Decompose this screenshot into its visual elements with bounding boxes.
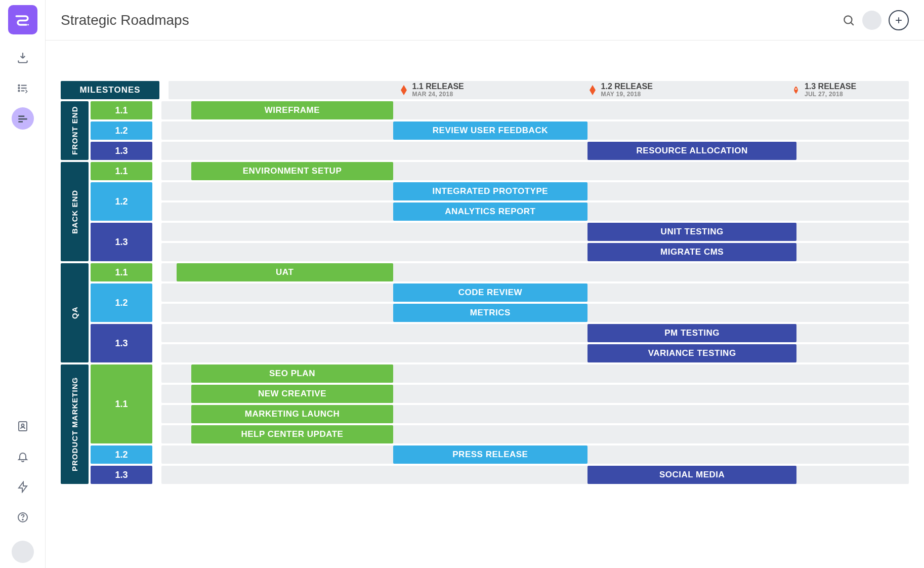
version-tag[interactable]: 1.3 bbox=[91, 223, 152, 261]
version-tag[interactable]: 1.2 bbox=[91, 283, 152, 322]
task-bar[interactable]: REVIEW USER FEEDBACK bbox=[393, 121, 587, 140]
task-track: RESOURCE ALLOCATION bbox=[161, 142, 909, 160]
task-track: PRESS RELEASE bbox=[161, 445, 909, 464]
version-column: 1.11.21.3 bbox=[91, 263, 152, 362]
task-track: VARIANCE TESTING bbox=[161, 344, 909, 362]
task-bar[interactable]: UNIT TESTING bbox=[587, 223, 797, 241]
version-column: 1.11.21.3 bbox=[91, 101, 152, 160]
left-nav-rail bbox=[0, 0, 46, 568]
task-track: ENVIRONMENT SETUP bbox=[161, 162, 909, 180]
milestone-marker-icon bbox=[588, 83, 597, 97]
svg-point-1 bbox=[18, 85, 19, 86]
task-track: REVIEW USER FEEDBACK bbox=[161, 121, 909, 140]
task-track: ANALYTICS REPORT bbox=[161, 202, 909, 221]
task-bar[interactable]: RESOURCE ALLOCATION bbox=[587, 142, 797, 160]
milestone-title: 1.2 RELEASE bbox=[601, 83, 653, 91]
version-tag[interactable]: 1.1 bbox=[91, 263, 152, 281]
task-track: SOCIAL MEDIA bbox=[161, 466, 909, 484]
swimlane: PRODUCT MARKETING1.11.21.3SEO PLANNEW CR… bbox=[61, 364, 909, 484]
task-bar[interactable]: ENVIRONMENT SETUP bbox=[191, 162, 393, 180]
version-column: 1.11.21.3 bbox=[91, 162, 152, 261]
task-track: UAT bbox=[161, 263, 909, 281]
version-tag[interactable]: 1.2 bbox=[91, 182, 152, 221]
svg-marker-18 bbox=[590, 85, 596, 95]
tracks-column: UATCODE REVIEWMETRICSPM TESTINGVARIANCE … bbox=[161, 263, 909, 362]
task-bar[interactable]: UAT bbox=[177, 263, 393, 281]
task-bar[interactable]: SOCIAL MEDIA bbox=[587, 466, 797, 484]
task-bar[interactable]: PRESS RELEASE bbox=[393, 445, 587, 464]
task-track: WIREFRAME bbox=[161, 101, 909, 119]
milestone-date: MAR 24, 2018 bbox=[412, 91, 464, 98]
task-bar[interactable]: PM TESTING bbox=[587, 324, 797, 342]
timeline-icon[interactable] bbox=[12, 107, 34, 130]
svg-point-11 bbox=[21, 424, 24, 427]
task-track: NEW CREATIVE bbox=[161, 385, 909, 403]
task-bar[interactable]: CODE REVIEW bbox=[393, 283, 587, 302]
task-track: PM TESTING bbox=[161, 324, 909, 342]
milestones-label: MILESTONES bbox=[61, 81, 159, 99]
swimlane: FRONT END1.11.21.3WIREFRAMEREVIEW USER F… bbox=[61, 101, 909, 160]
milestone-date: MAY 19, 2018 bbox=[601, 91, 653, 98]
svg-point-3 bbox=[18, 88, 19, 89]
task-track: MARKETING LAUNCH bbox=[161, 405, 909, 423]
milestone-track: 1.1 RELEASEMAR 24, 20181.2 RELEASEMAY 19… bbox=[169, 81, 909, 99]
task-track: UNIT TESTING bbox=[161, 223, 909, 241]
tracks-column: ENVIRONMENT SETUPINTEGRATED PROTOTYPEANA… bbox=[161, 162, 909, 261]
milestone-marker-icon bbox=[399, 83, 408, 97]
task-track: METRICS bbox=[161, 304, 909, 322]
swimlane-label: FRONT END bbox=[61, 101, 89, 160]
swimlane-label: PRODUCT MARKETING bbox=[61, 364, 89, 484]
task-bar[interactable]: INTEGRATED PROTOTYPE bbox=[393, 182, 587, 200]
swimlane-label: QA bbox=[61, 263, 89, 362]
milestone[interactable]: 1.2 RELEASEMAY 19, 2018 bbox=[587, 81, 653, 99]
milestone[interactable]: 1.1 RELEASEMAR 24, 2018 bbox=[398, 81, 464, 99]
roadmap-gantt: MILESTONES 1.1 RELEASEMAR 24, 20181.2 RE… bbox=[61, 81, 909, 484]
import-icon[interactable] bbox=[12, 47, 34, 69]
task-bar[interactable]: MARKETING LAUNCH bbox=[191, 405, 393, 423]
tracks-column: SEO PLANNEW CREATIVEMARKETING LAUNCHHELP… bbox=[161, 364, 909, 484]
contacts-icon[interactable] bbox=[12, 415, 34, 437]
svg-marker-17 bbox=[401, 85, 407, 95]
search-icon[interactable] bbox=[842, 14, 855, 27]
milestone[interactable]: 1.3 RELEASEJUL 27, 2018 bbox=[790, 81, 856, 99]
task-bar[interactable]: METRICS bbox=[393, 304, 587, 322]
svg-point-19 bbox=[795, 88, 796, 90]
version-tag[interactable]: 1.1 bbox=[91, 162, 152, 180]
swimlane: BACK END1.11.21.3ENVIRONMENT SETUPINTEGR… bbox=[61, 162, 909, 261]
milestone-marker-icon bbox=[791, 83, 801, 97]
svg-marker-12 bbox=[19, 482, 27, 492]
page-title: Strategic Roadmaps bbox=[61, 12, 189, 28]
task-bar[interactable]: MIGRATE CMS bbox=[587, 243, 797, 261]
task-bar[interactable]: VARIANCE TESTING bbox=[587, 344, 797, 362]
version-tag[interactable]: 1.1 bbox=[91, 364, 152, 443]
rail-user-avatar[interactable] bbox=[12, 541, 34, 563]
list-icon[interactable] bbox=[12, 77, 34, 99]
top-bar: Strategic Roadmaps + bbox=[46, 0, 924, 40]
user-avatar[interactable] bbox=[862, 11, 881, 30]
svg-line-16 bbox=[851, 22, 854, 25]
add-button[interactable]: + bbox=[889, 10, 909, 30]
task-track: SEO PLAN bbox=[161, 364, 909, 383]
version-column: 1.11.21.3 bbox=[91, 364, 152, 484]
task-bar[interactable]: WIREFRAME bbox=[191, 101, 393, 119]
task-bar[interactable]: NEW CREATIVE bbox=[191, 385, 393, 403]
bell-icon[interactable] bbox=[12, 445, 34, 468]
version-tag[interactable]: 1.2 bbox=[91, 445, 152, 464]
svg-point-15 bbox=[844, 16, 852, 23]
version-tag[interactable]: 1.3 bbox=[91, 466, 152, 484]
task-bar[interactable]: ANALYTICS REPORT bbox=[393, 202, 587, 221]
svg-point-5 bbox=[18, 90, 19, 91]
version-tag[interactable]: 1.3 bbox=[91, 142, 152, 160]
version-tag[interactable]: 1.3 bbox=[91, 324, 152, 362]
task-track: INTEGRATED PROTOTYPE bbox=[161, 182, 909, 200]
milestone-date: JUL 27, 2018 bbox=[805, 91, 856, 98]
help-icon[interactable] bbox=[12, 506, 34, 529]
version-tag[interactable]: 1.1 bbox=[91, 101, 152, 119]
version-tag[interactable]: 1.2 bbox=[91, 121, 152, 140]
lightning-icon[interactable] bbox=[12, 476, 34, 498]
task-bar[interactable]: SEO PLAN bbox=[191, 364, 393, 383]
task-bar[interactable]: HELP CENTER UPDATE bbox=[191, 425, 393, 443]
swimlane: QA1.11.21.3UATCODE REVIEWMETRICSPM TESTI… bbox=[61, 263, 909, 362]
task-track: CODE REVIEW bbox=[161, 283, 909, 302]
app-logo[interactable] bbox=[8, 5, 37, 34]
